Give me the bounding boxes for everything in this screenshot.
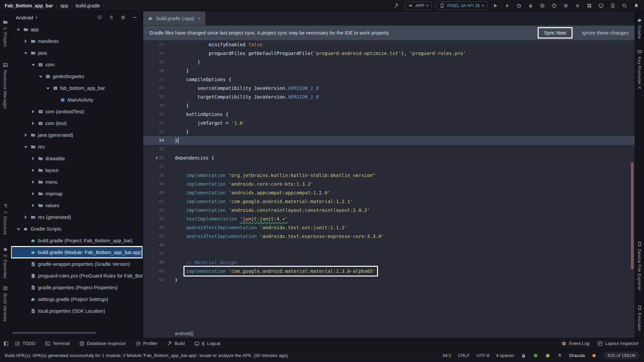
editor-breadcrumb[interactable]: android{} [143, 329, 635, 338]
code-line-49[interactable]: 49 implementation 'com.google.android.ma… [143, 267, 635, 276]
code-line-28[interactable]: 28 sourceCompatibility JavaVersion.VERSI… [143, 84, 635, 93]
expand-arrow-icon[interactable] [23, 132, 29, 138]
tree-item-settings-gradle-project-settings[interactable]: settings.gradle (Project Settings) [11, 293, 143, 305]
tree-item-com[interactable]: com [11, 59, 143, 70]
line-number[interactable]: 32 [143, 119, 170, 127]
code-line-45[interactable]: 45 androidTestImplementation 'androidx.t… [143, 232, 635, 241]
tab-close-icon[interactable]: × [198, 16, 201, 21]
code-line-23[interactable]: 23 minifyEnabled false [143, 40, 635, 49]
line-number[interactable]: 38 [143, 171, 170, 180]
code-line-37[interactable]: 37 [143, 162, 635, 171]
code-line-26[interactable]: 26 } [143, 66, 635, 75]
profiler-button[interactable] [515, 2, 523, 9]
tool-strip-1-project[interactable]: 1: Project [0, 19, 10, 47]
tool-strip-build-variants[interactable]: Build Variants [0, 286, 10, 322]
tree-item-gradle-scripts[interactable]: Gradle Scripts [11, 223, 143, 235]
orange-dot-icon[interactable] [591, 353, 597, 358]
tool-strip-key-promoter-x[interactable]: Key Promoter X [635, 49, 644, 89]
code-line-32[interactable]: 32 jvmTarget = '1.8' [143, 119, 635, 127]
phone-sync-button[interactable] [609, 2, 616, 9]
horizontal-scrollbar[interactable] [12, 332, 96, 334]
locate-button[interactable] [96, 14, 103, 21]
tree-item-build-gradle-project-fab-bottom-app-bar[interactable]: build.gradle (Project: Fab_Bottom_app_ba… [11, 235, 143, 246]
tool-strip-7-structure[interactable]: 7: Structure [0, 203, 10, 235]
theme-name[interactable]: Dracula [569, 353, 585, 358]
attach-button[interactable] [539, 2, 546, 9]
line-number[interactable]: 46 [143, 241, 170, 249]
editor-tab-build-gradle[interactable]: build.gradle (:app) × [143, 11, 205, 25]
expand-arrow-icon[interactable] [31, 179, 36, 185]
line-number[interactable]: 30 [143, 101, 170, 110]
tree-item-layout[interactable]: layout [11, 164, 143, 176]
search-button[interactable] [621, 2, 628, 9]
tool-strip-2-favorites[interactable]: 2: Favorites [0, 247, 10, 279]
line-separator[interactable]: CRLF [458, 353, 470, 358]
minus-button[interactable] [131, 14, 139, 21]
code-line-39[interactable]: 39 implementation 'androidx.core:core-kt… [143, 180, 635, 188]
lightning-button[interactable] [503, 2, 511, 9]
tree-item-proguard-rules-pro-proguard-rules-for-fab-botto[interactable]: proguard-rules.pro (ProGuard Rules for F… [11, 270, 143, 282]
tree-item-java[interactable]: java [11, 47, 143, 59]
breadcrumb-android[interactable]: android{} [175, 331, 194, 336]
line-number[interactable]: 26 [143, 66, 170, 75]
tool-window-button-terminal[interactable]: Terminal [45, 341, 70, 346]
tree-item-local-properties-sdk-location[interactable]: local.properties (SDK Location) [11, 305, 143, 317]
code-line-41[interactable]: 41 implementation 'com.google.android.ma… [143, 197, 635, 206]
tool-strip-gradle[interactable]: Gradle [635, 17, 644, 39]
tree-item-gradle-wrapper-properties-gradle-version[interactable]: gradle-wrapper.properties (Gradle Versio… [11, 258, 143, 270]
tree-item-com-test[interactable]: com (test) [11, 117, 143, 129]
debug-button[interactable] [527, 2, 534, 9]
expand-arrow-icon[interactable] [31, 191, 36, 196]
tree-item-values[interactable]: values [11, 199, 143, 211]
tree-item-com-androidtest[interactable]: com (androidTest) [11, 106, 143, 117]
caret-position[interactable]: 34:2 [442, 353, 451, 358]
line-number[interactable]: 47 [143, 249, 170, 258]
line-number[interactable]: 41 [143, 197, 170, 206]
dark-bell-icon[interactable] [557, 353, 562, 358]
tree-item-res-generated[interactable]: res (generated) [11, 211, 143, 223]
file-encoding[interactable]: UTF-8 [477, 353, 489, 358]
code-line-43[interactable]: 43 testImplementation 'junit:junit:4.+' [143, 215, 635, 223]
collapse-arrow-icon[interactable] [31, 62, 36, 67]
fold-arrow-icon[interactable] [156, 156, 158, 160]
yellow-dot-icon[interactable] [545, 353, 550, 358]
line-number[interactable]: 23 [143, 40, 170, 49]
code-line-35[interactable]: 35 [143, 145, 635, 154]
line-number[interactable]: 31 [143, 110, 170, 119]
gear-button[interactable] [119, 14, 127, 21]
line-number[interactable]: 45 [143, 232, 170, 241]
code-editor[interactable]: 23 minifyEnabled false24 proguardFiles g… [143, 40, 635, 329]
status-message[interactable]: Build APK(s): APK(s) generated successfu… [5, 353, 288, 358]
code-line-31[interactable]: 31 kotlinOptions { [143, 110, 635, 119]
code-line-29[interactable]: 29 targetCompatibility JavaVersion.VERSI… [143, 93, 635, 101]
tool-window-button-6-logcat[interactable]: 6: Logcat [194, 341, 221, 346]
tree-item-manifests[interactable]: manifests [11, 35, 143, 47]
line-number[interactable]: 39 [143, 180, 170, 188]
code-line-24[interactable]: 24 proguardFiles getDefaultProguardFile(… [143, 49, 635, 58]
tool-window-button-build[interactable]: Build [167, 341, 185, 346]
line-number[interactable]: 35 [143, 145, 170, 154]
tree-item-menu[interactable]: menu [11, 176, 143, 188]
indent-info[interactable]: 4 spaces [496, 353, 514, 358]
tree-item-fab-bottom-app-bar[interactable]: fab_bottom_app_bar [11, 82, 143, 94]
play-button[interactable] [492, 2, 499, 9]
collapse-arrow-icon[interactable] [38, 74, 43, 79]
code-line-42[interactable]: 42 implementation 'androidx.constraintla… [143, 206, 635, 215]
line-number[interactable]: 42 [143, 206, 170, 215]
line-number[interactable]: 34 [143, 136, 170, 145]
code-line-25[interactable]: 25 } [143, 58, 635, 66]
code-line-47[interactable]: 47 [143, 249, 635, 258]
code-line-33[interactable]: 33 } [143, 127, 635, 136]
line-number[interactable]: 25 [143, 58, 170, 66]
expand-arrow-icon[interactable] [23, 215, 29, 220]
breadcrumb-item-fab-bottom-app-bar[interactable]: Fab_Bottom_app_bar [5, 3, 53, 8]
tool-strip-resource-manager[interactable]: Resource Manager [0, 62, 10, 109]
tree-item-java-generated[interactable]: java (generated) [11, 129, 143, 141]
code-line-38[interactable]: 38 implementation "org.jetbrains.kotlin:… [143, 171, 635, 180]
line-number[interactable]: 37 [143, 162, 170, 171]
code-line-44[interactable]: 44 androidTestImplementation 'androidx.t… [143, 223, 635, 232]
expand-arrow-icon[interactable] [31, 156, 36, 161]
tool-strip-device-file-explorer[interactable]: Device File Explorer [635, 241, 644, 291]
expand-arrow-icon[interactable] [31, 203, 36, 208]
tool-window-button-event-log[interactable]: Event Log [561, 341, 589, 346]
